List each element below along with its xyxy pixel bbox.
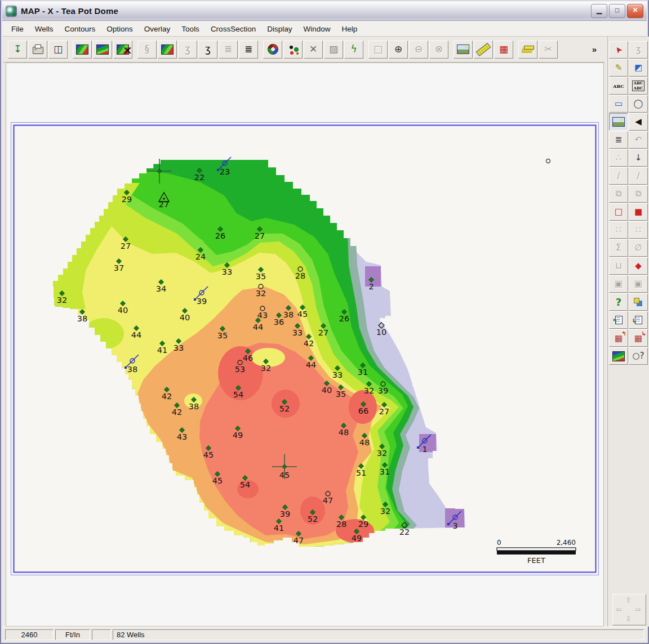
rect-outline-tool[interactable]: □	[609, 203, 628, 221]
pan-left-icon[interactable]: ⇦	[616, 605, 622, 614]
node-move-tool[interactable]: ∷	[629, 221, 648, 239]
pan-right-icon[interactable]: ⇨	[635, 605, 641, 614]
pan-down-icon[interactable]: ⇩	[625, 615, 632, 623]
pan-control[interactable]: ⇧⇩⇦⇨	[612, 594, 646, 625]
arrow-shape-tool[interactable]: ◀	[629, 113, 648, 131]
menu-contours[interactable]: Contours	[59, 23, 101, 35]
fault-hatch-button[interactable]: ▨	[324, 41, 343, 59]
paste-tool[interactable]: ▣	[629, 275, 648, 293]
bring-front-tool[interactable]: ⧉	[609, 185, 628, 203]
image-frame-tool[interactable]	[609, 113, 628, 131]
grid-import-tool[interactable]: ▦↰	[609, 329, 628, 347]
rect-select-button[interactable]: □	[368, 41, 388, 59]
minimize-button[interactable]: ▁	[591, 4, 607, 18]
menu-window[interactable]: Window	[297, 23, 336, 35]
pie-chart-button[interactable]	[263, 41, 282, 59]
line-tool[interactable]: ∕	[609, 167, 628, 185]
delete-tool[interactable]: ⊔	[609, 257, 628, 275]
well-value-label: 27	[318, 328, 328, 337]
well-value-label: 54	[233, 390, 243, 399]
menu-help[interactable]: Help	[336, 23, 363, 35]
well-tool[interactable]: ʒ	[629, 41, 648, 59]
menu-display[interactable]: Display	[261, 23, 297, 35]
abc-text-icon: ABC	[613, 83, 624, 89]
grid-button[interactable]: ▦	[494, 41, 513, 59]
undo-tool[interactable]: ↶	[629, 131, 648, 149]
print-preview-button[interactable]: ◫	[48, 41, 68, 59]
map-canvas[interactable]: 2223292726272724373335283234393240384340…	[11, 122, 599, 576]
image-view-button[interactable]	[454, 41, 473, 59]
pencil-tool[interactable]: ✎	[609, 59, 628, 77]
layers-button[interactable]	[518, 41, 537, 59]
export-map-button[interactable]: ↧	[8, 41, 27, 59]
map-query-tool[interactable]: ○?	[629, 347, 648, 365]
menu-overlay[interactable]: Overlay	[139, 23, 176, 35]
send-back-tool[interactable]: ⧉	[629, 185, 648, 203]
well-value-label: 22	[399, 527, 410, 536]
well-values-on-button[interactable]: ≣	[239, 41, 258, 59]
well-marker[interactable]: 2	[368, 278, 374, 292]
wells-post-button[interactable]: §	[137, 41, 157, 59]
text-label-tool[interactable]: ABC	[609, 77, 628, 95]
zoom-reset-button[interactable]: ⊗	[429, 41, 448, 59]
polyline-button[interactable]: ϟ	[344, 41, 363, 59]
dots-arrow-icon: ↓	[635, 154, 642, 162]
cut-button[interactable]: ✂	[539, 41, 558, 59]
text-box-tool[interactable]: ABCABC	[629, 77, 648, 95]
well-values-off-button[interactable]: ≣	[219, 41, 238, 59]
bubble-map-button[interactable]	[283, 41, 303, 59]
app-logo-icon	[6, 6, 17, 17]
well-symbol-icon: ʒ	[636, 46, 641, 54]
shapes-tool[interactable]	[629, 293, 648, 311]
drop-points-tool[interactable]: ↓	[629, 149, 648, 167]
map-new-button[interactable]	[73, 41, 92, 59]
menu-options[interactable]: Options	[101, 23, 139, 35]
pan-up-icon[interactable]: ⇧	[625, 596, 632, 604]
wells-map-button[interactable]	[158, 41, 177, 59]
zoom-out-button[interactable]: ⊖	[409, 41, 428, 59]
line-edit-tool[interactable]: ∕	[629, 167, 648, 185]
menu-tools[interactable]: Tools	[176, 23, 205, 35]
map-view-tool[interactable]	[609, 347, 628, 365]
help-query-tool[interactable]: ?	[609, 293, 628, 311]
import-doc-tool[interactable]: ↰	[609, 311, 628, 329]
title-bar[interactable]: MAP - X - Tea Pot Dome ▁□✕	[2, 2, 647, 21]
grid-export-tool[interactable]: ▦↳	[629, 329, 648, 347]
align-points-tool[interactable]: ∴	[609, 149, 628, 167]
menu-wells[interactable]: Wells	[29, 23, 59, 35]
maximize-button[interactable]: □	[609, 4, 625, 18]
scale-rect-tool[interactable]: ▭	[609, 95, 628, 113]
zoom-in-button[interactable]: ⊕	[389, 41, 408, 59]
ellipse-tool[interactable]: ◯	[629, 95, 648, 113]
well-symbols-on-button[interactable]: ʒ	[198, 41, 217, 59]
close-button[interactable]: ✕	[627, 4, 643, 18]
legend-tool[interactable]: ≣	[609, 131, 628, 149]
select-tool[interactable]: ➤	[609, 41, 628, 59]
red-polygon-icon: ◆	[635, 262, 642, 270]
map-delete-button[interactable]: ✕	[113, 41, 132, 59]
clipboard-tool[interactable]: ▣	[609, 275, 628, 293]
well-value-label: 52	[279, 404, 290, 413]
rect-fill-tool[interactable]: ■	[629, 203, 648, 221]
image-icon	[457, 44, 469, 54]
toolbar-overflow-button[interactable]: »	[592, 44, 598, 54]
node-edit-tool[interactable]: ∷	[609, 221, 628, 239]
well-value-label: 48	[339, 428, 349, 437]
sum-tool[interactable]: Σ	[609, 239, 628, 257]
null-tool[interactable]: ∅	[629, 239, 648, 257]
well-slash-base-icon	[194, 298, 196, 301]
export-doc-tool[interactable]: ↳	[629, 311, 648, 329]
menu-file[interactable]: File	[6, 23, 29, 35]
well-value-label: 1	[422, 445, 427, 454]
well-symbols-off-button[interactable]: ʒ	[178, 41, 197, 59]
well-value-label: 31	[380, 467, 390, 476]
cross-section-button[interactable]: ✕	[304, 41, 323, 59]
ruler-button[interactable]	[474, 41, 493, 59]
map-open-button[interactable]	[93, 41, 112, 59]
menu-bar: FileWellsContoursOptionsOverlayToolsCros…	[2, 21, 647, 37]
print-button[interactable]	[28, 41, 47, 59]
symbol-map-tool[interactable]: ◩	[629, 59, 648, 77]
polygon-fill-tool[interactable]: ◆	[629, 257, 648, 275]
menu-crosssection[interactable]: CrossSection	[205, 23, 261, 35]
magnifier-query-icon: ○?	[632, 352, 644, 360]
